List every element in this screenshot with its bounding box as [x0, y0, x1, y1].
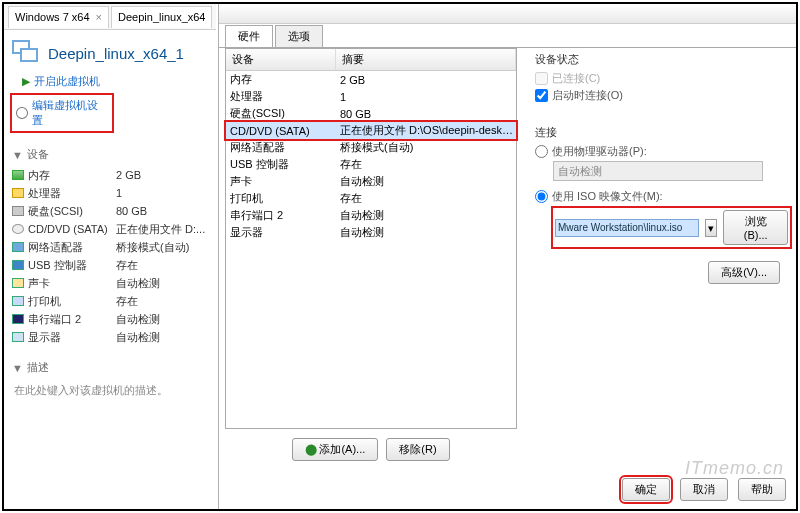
hw-summary: 2 GB — [336, 74, 516, 86]
hardware-table: 设备 摘要 内存2 GB处理器1硬盘(SCSI)80 GBCD/DVD (SAT… — [225, 48, 517, 429]
device-detail-pane: 设备状态 已连接(C) 启动时连接(O) 连接 使用物理驱动器(P): 自动检测… — [525, 48, 790, 284]
dialog-tabs: 硬件 选项 — [219, 24, 796, 48]
table-row[interactable]: 串行端口 2自动检测 — [226, 207, 516, 224]
mem-icon — [12, 170, 24, 180]
connection-group: 连接 使用物理驱动器(P): 自动检测 使用 ISO 映像文件(M): ▾ 浏览… — [525, 125, 790, 247]
device-label: 内存 — [28, 168, 50, 183]
device-list: 内存2 GB处理器1硬盘(SCSI)80 GBCD/DVD (SATA)正在使用… — [12, 166, 208, 346]
device-row[interactable]: USB 控制器存在 — [12, 256, 208, 274]
table-row[interactable]: 显示器自动检测 — [226, 224, 516, 241]
hw-label: 硬盘(SCSI) — [230, 106, 285, 121]
advanced-button[interactable]: 高级(V)... — [708, 261, 780, 284]
hw-summary: 正在使用文件 D:\OS\deepin-deskto... — [336, 123, 516, 138]
col-summary: 摘要 — [336, 49, 516, 70]
usb-icon — [12, 260, 24, 270]
table-row[interactable]: 内存2 GB — [226, 71, 516, 88]
hw-label: 处理器 — [230, 89, 263, 104]
hw-label: USB 控制器 — [230, 157, 289, 172]
hw-summary: 80 GB — [336, 108, 516, 120]
hw-summary: 存在 — [336, 191, 516, 206]
device-row[interactable]: CD/DVD (SATA)正在使用文件 D:... — [12, 220, 208, 238]
table-row[interactable]: USB 控制器存在 — [226, 156, 516, 173]
hw-summary: 自动检测 — [336, 208, 516, 223]
hw-summary: 1 — [336, 91, 516, 103]
vm-icon — [12, 40, 42, 66]
device-row[interactable]: 硬盘(SCSI)80 GB — [12, 202, 208, 220]
net-icon — [12, 242, 24, 252]
hw-label: 打印机 — [230, 191, 263, 206]
device-row[interactable]: 内存2 GB — [12, 166, 208, 184]
device-value: 正在使用文件 D:... — [116, 222, 208, 237]
device-label: 声卡 — [28, 276, 50, 291]
help-button[interactable]: 帮助 — [738, 478, 786, 501]
dropdown-icon[interactable]: ▾ — [705, 219, 717, 237]
tab-options[interactable]: 选项 — [275, 25, 323, 47]
cd-icon — [12, 224, 24, 234]
physical-drive-select: 自动检测 — [553, 161, 763, 181]
hw-summary: 自动检测 — [336, 225, 516, 240]
connect-at-poweron-checkbox[interactable]: 启动时连接(O) — [535, 88, 790, 103]
section-description[interactable]: ▼ 描述 — [12, 360, 208, 375]
table-row[interactable]: 处理器1 — [226, 88, 516, 105]
dialog-title-bar — [219, 4, 796, 24]
device-row[interactable]: 显示器自动检测 — [12, 328, 208, 346]
table-row[interactable]: 打印机存在 — [226, 190, 516, 207]
close-icon[interactable]: × — [96, 11, 102, 23]
device-row[interactable]: 声卡自动检测 — [12, 274, 208, 292]
vm-title: Deepin_linux_x64_1 — [48, 45, 184, 62]
table-row[interactable]: 网络适配器桥接模式(自动) — [226, 139, 516, 156]
tab-label: Windows 7 x64 — [15, 11, 90, 23]
device-row[interactable]: 处理器1 — [12, 184, 208, 202]
table-row[interactable]: CD/DVD (SATA)正在使用文件 D:\OS\deepin-deskto.… — [226, 122, 516, 139]
settings-icon — [16, 107, 28, 119]
start-vm-label: 开启此虚拟机 — [34, 74, 100, 89]
browse-button[interactable]: 浏览(B)... — [723, 210, 788, 245]
tab-label: Deepin_linux_x64 — [118, 11, 205, 23]
device-row[interactable]: 打印机存在 — [12, 292, 208, 310]
tab-windows7[interactable]: Windows 7 x64 × — [8, 6, 109, 28]
device-label: 串行端口 2 — [28, 312, 81, 327]
use-iso-radio[interactable]: 使用 ISO 映像文件(M): — [535, 189, 790, 204]
description-placeholder[interactable]: 在此处键入对该虚拟机的描述。 — [4, 379, 216, 402]
use-physical-drive-radio[interactable]: 使用物理驱动器(P): — [535, 144, 790, 159]
section-devices-label: 设备 — [27, 147, 49, 162]
iso-path-input[interactable] — [555, 219, 699, 237]
table-row[interactable]: 声卡自动检测 — [226, 173, 516, 190]
device-row[interactable]: 网络适配器桥接模式(自动) — [12, 238, 208, 256]
section-devices[interactable]: ▼ 设备 — [12, 147, 208, 162]
col-device: 设备 — [226, 49, 336, 70]
device-label: 显示器 — [28, 330, 61, 345]
group-conn-title: 连接 — [535, 125, 790, 140]
device-label: 硬盘(SCSI) — [28, 204, 83, 219]
hw-label: 显示器 — [230, 225, 263, 240]
tab-hardware-label: 硬件 — [238, 30, 260, 42]
remove-hardware-button[interactable]: 移除(R) — [386, 438, 449, 461]
cpu-icon — [12, 188, 24, 198]
hw-label: 内存 — [230, 72, 252, 87]
tab-options-label: 选项 — [288, 30, 310, 42]
connected-checkbox[interactable]: 已连接(C) — [535, 71, 790, 86]
dsp-icon — [12, 332, 24, 342]
dialog-footer: 确定 取消 帮助 — [622, 478, 786, 501]
device-label: 打印机 — [28, 294, 61, 309]
section-desc-label: 描述 — [27, 360, 49, 375]
device-label: 网络适配器 — [28, 240, 83, 255]
device-label: USB 控制器 — [28, 258, 87, 273]
start-vm-link[interactable]: ▶ 开启此虚拟机 — [4, 72, 216, 91]
ok-button[interactable]: 确定 — [622, 478, 670, 501]
device-value: 自动检测 — [116, 330, 208, 345]
disk-icon — [12, 206, 24, 216]
hw-label: 串行端口 2 — [230, 208, 283, 223]
table-row[interactable]: 硬盘(SCSI)80 GB — [226, 105, 516, 122]
device-row[interactable]: 串行端口 2自动检测 — [12, 310, 208, 328]
cancel-button[interactable]: 取消 — [680, 478, 728, 501]
edit-vm-settings-link[interactable]: 编辑虚拟机设置 — [10, 93, 114, 133]
add-hardware-button[interactable]: ⬤添加(A)... — [292, 438, 378, 461]
snd-icon — [12, 278, 24, 288]
table-header: 设备 摘要 — [226, 49, 516, 71]
chevron-down-icon: ▼ — [12, 149, 23, 161]
tab-hardware[interactable]: 硬件 — [225, 25, 273, 47]
hw-label: 网络适配器 — [230, 140, 285, 155]
device-value: 存在 — [116, 258, 208, 273]
tab-deepin[interactable]: Deepin_linux_x64 — [111, 6, 212, 28]
